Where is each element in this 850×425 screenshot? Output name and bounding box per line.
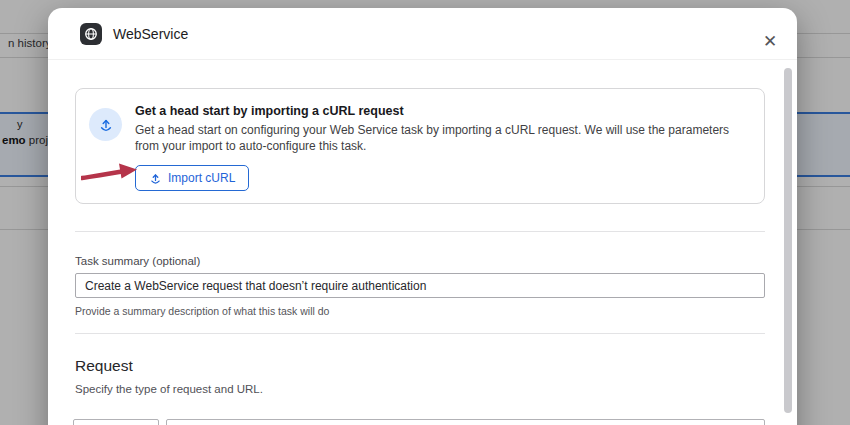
dialog-title: WebService: [113, 26, 188, 42]
webservice-dialog: WebService ✕ Get a head start by importi…: [48, 8, 797, 425]
section-divider: [75, 333, 765, 334]
request-type-select[interactable]: [73, 419, 159, 425]
modal-scrollbar[interactable]: [784, 68, 792, 413]
request-section-description: Specify the type of request and URL.: [75, 383, 765, 395]
import-card-heading: Get a head start by importing a cURL req…: [135, 102, 748, 118]
request-fields-row: [73, 419, 765, 425]
upload-icon: [149, 172, 162, 185]
section-divider: [75, 231, 765, 232]
upload-circle: [89, 108, 122, 141]
webservice-app-tile: [80, 23, 102, 45]
task-summary-label: Task summary (optional): [75, 255, 765, 267]
import-curl-button[interactable]: Import cURL: [135, 165, 249, 191]
url-input[interactable]: [166, 419, 765, 425]
request-section-heading: Request: [75, 357, 765, 375]
import-card-description: Get a head start on configuring your Web…: [135, 123, 748, 154]
task-summary-input[interactable]: [75, 273, 765, 298]
import-curl-button-label: Import cURL: [168, 171, 235, 185]
close-icon[interactable]: ✕: [759, 30, 781, 52]
import-card-text: Get a head start by importing a cURL req…: [135, 102, 748, 191]
import-curl-card: Get a head start by importing a cURL req…: [75, 88, 765, 204]
upload-icon: [98, 117, 114, 133]
globe-icon: [84, 27, 98, 41]
task-summary-helper: Provide a summary description of what th…: [75, 305, 765, 317]
red-arrow-annotation: [81, 160, 139, 184]
dialog-header: WebService: [48, 8, 797, 60]
dialog-body: Get a head start by importing a cURL req…: [48, 60, 797, 425]
